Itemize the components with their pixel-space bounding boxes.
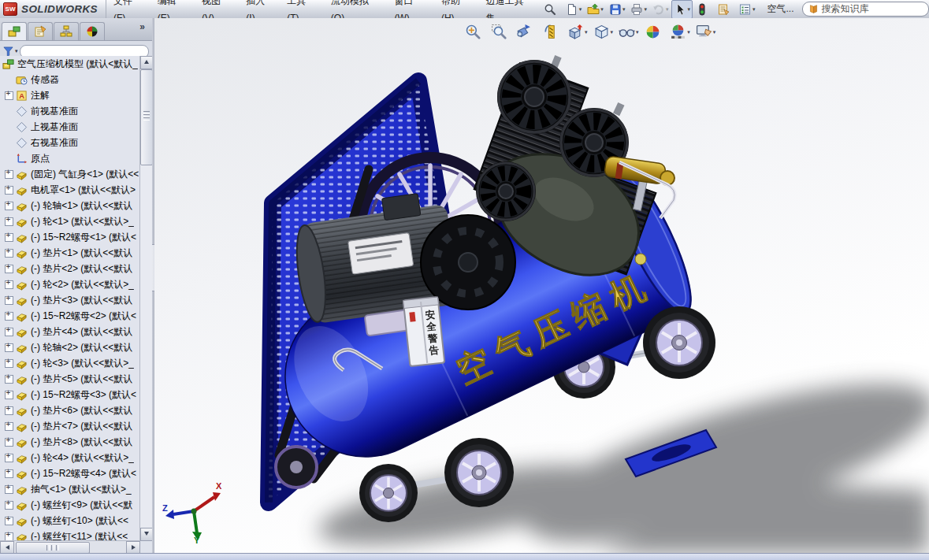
tree-item[interactable]: 电机罩<1> (默认<<默认> (0, 182, 140, 198)
scroll-up-button[interactable] (140, 56, 153, 69)
expand-plus-icon[interactable] (5, 249, 13, 258)
tree-item[interactable]: 原点 (0, 150, 140, 166)
tree-item[interactable]: (-) 螺丝钉<11> (默认<< (0, 528, 140, 541)
dropdown-caret-icon[interactable]: ▾ (611, 29, 614, 35)
tree-item[interactable]: 传感器 (0, 72, 140, 87)
expand-plus-icon[interactable] (5, 359, 13, 368)
toolbar-button-search-assistant[interactable]: ▾ (541, 0, 563, 19)
tree-item[interactable]: (-) 螺丝钉<9> (默认<<默 (0, 497, 140, 513)
hud-button-view-orientation[interactable]: ▾ (566, 22, 589, 42)
tree-item[interactable]: (-) 垫片<5> (默认<<默认 (0, 371, 140, 387)
panel-tab-featuremanager-design-tree[interactable] (2, 22, 27, 40)
expand-plus-icon[interactable] (5, 501, 13, 510)
tree-item[interactable]: 注解 (0, 87, 140, 103)
expand-plus-icon[interactable] (5, 312, 13, 321)
filter-funnel-icon[interactable] (3, 46, 13, 57)
expand-plus-icon[interactable] (5, 170, 13, 179)
expand-plus-icon[interactable] (5, 296, 13, 305)
expand-plus-icon[interactable] (5, 328, 13, 336)
knowledge-search-box[interactable]: 搜索知识库 (802, 2, 929, 17)
expand-plus-icon[interactable] (5, 186, 13, 195)
hud-button-hide-show-items[interactable]: ▾ (617, 22, 641, 42)
tree-item[interactable]: 上视基准面 (0, 119, 140, 135)
expand-plus-icon[interactable] (5, 202, 13, 210)
toolbar-button-new-document[interactable]: ▾ (563, 0, 585, 19)
filter-caret-icon[interactable]: ▾ (15, 48, 18, 54)
hud-button-zoom-to-fit[interactable]: ▾ (463, 22, 487, 42)
panel-tab-configurationmanager[interactable] (54, 22, 79, 40)
hud-button-display-style[interactable]: ▾ (592, 22, 615, 42)
tree-item[interactable]: (-) 轮<3> (默认<<默认>_ (0, 355, 140, 371)
dropdown-caret-icon[interactable]: ▾ (585, 29, 588, 35)
expand-plus-icon[interactable] (5, 406, 13, 415)
graphics-viewport[interactable]: 空气压缩机 (154, 18, 929, 554)
expand-plus-icon[interactable] (5, 454, 13, 462)
tree-item[interactable]: (-) 垫片<2> (默认<<默认 (0, 261, 140, 276)
tree-item[interactable]: (-) 15~R2螺母<2> (默认< (0, 308, 140, 324)
horizontal-scroll-thumb[interactable] (16, 542, 90, 554)
tree-horizontal-scrollbar[interactable] (0, 540, 140, 554)
expand-plus-icon[interactable] (5, 217, 13, 226)
vertical-scroll-thumb[interactable] (140, 69, 153, 165)
tree-item[interactable]: (-) 轮轴<1> (默认<<默认 (0, 198, 140, 213)
dropdown-caret-icon[interactable]: ▾ (752, 6, 756, 13)
dropdown-caret-icon[interactable]: ▾ (579, 6, 582, 13)
tree-item[interactable]: (-) 轮轴<2> (默认<<默认 (0, 339, 140, 355)
expand-plus-icon[interactable] (5, 517, 13, 525)
tree-item[interactable]: (-) 轮<2> (默认<<默认>_ (0, 276, 140, 292)
panel-tabs-overflow-chevron[interactable]: » (139, 21, 149, 35)
tree-item[interactable]: (-) 螺丝钉<10> (默认<< (0, 513, 140, 528)
dropdown-caret-icon[interactable]: ▾ (644, 6, 647, 13)
tree-root-item[interactable]: 空气压缩机模型 (默认<默认_ (0, 56, 140, 72)
hud-button-apply-scene[interactable]: ▾ (668, 22, 692, 42)
toolbar-button-save[interactable]: ▾ (607, 0, 628, 19)
dropdown-caret-icon[interactable]: ▾ (687, 29, 690, 35)
tree-item[interactable]: (-) 垫片<1> (默认<<默认 (0, 245, 140, 261)
tree-item[interactable]: (-) 15~R2螺母<3> (默认< (0, 387, 140, 402)
hud-button-section-view[interactable]: ▾ (541, 22, 564, 42)
scroll-right-button[interactable] (126, 541, 140, 554)
dropdown-caret-icon[interactable]: ▾ (666, 6, 669, 13)
expand-plus-icon[interactable] (5, 233, 13, 242)
toolbar-button-print[interactable]: ▾ (628, 0, 649, 19)
expand-plus-icon[interactable] (5, 265, 13, 273)
tree-item[interactable]: 前视基准面 (0, 103, 140, 119)
toolbar-button-undo[interactable]: ▾ (650, 0, 671, 19)
tree-vertical-scrollbar[interactable] (139, 56, 152, 541)
dropdown-caret-icon[interactable]: ▾ (636, 29, 639, 35)
expand-plus-icon[interactable] (5, 280, 13, 289)
expand-plus-icon[interactable] (5, 438, 13, 447)
expand-plus-icon[interactable] (5, 485, 13, 494)
tree-item[interactable]: (-) 垫片<7> (默认<<默认 (0, 418, 140, 434)
tree-item[interactable]: (-) 垫片<4> (默认<<默认 (0, 324, 140, 339)
hud-button-view-settings[interactable]: ▾ (694, 22, 718, 42)
expand-plus-icon[interactable] (5, 91, 13, 100)
tree-item[interactable]: (固定) 气缸身<1> (默认<< (0, 166, 140, 182)
expand-plus-icon[interactable] (5, 532, 13, 541)
tree-item[interactable]: 抽气<1> (默认<<默认>_ (0, 481, 140, 497)
toolbar-button-file-properties[interactable]: ▾ (715, 0, 736, 19)
expand-plus-icon[interactable] (5, 391, 13, 399)
toolbar-button-open-document[interactable]: ▾ (585, 0, 606, 19)
scroll-left-button[interactable] (0, 541, 14, 554)
dropdown-caret-icon[interactable]: ▾ (687, 6, 690, 13)
expand-plus-icon[interactable] (5, 422, 13, 431)
dropdown-caret-icon[interactable]: ▾ (622, 6, 626, 13)
panel-tab-propertymanager[interactable] (28, 22, 53, 40)
tree-item[interactable]: (-) 轮<4> (默认<<默认>_ (0, 450, 140, 465)
panel-tab-displaymanager[interactable] (80, 22, 105, 40)
hud-button-zoom-to-area[interactable]: ▾ (489, 22, 513, 42)
hud-button-previous-view[interactable]: ▾ (515, 22, 538, 42)
tree-item[interactable]: (-) 轮<1> (默认<<默认>_ (0, 213, 140, 229)
tree-item[interactable]: (-) 垫片<8> (默认<<默认 (0, 434, 140, 450)
tree-item[interactable]: (-) 垫片<6> (默认<<默认 (0, 402, 140, 418)
tree-item[interactable]: (-) 垫片<3> (默认<<默认 (0, 292, 140, 308)
scroll-down-button[interactable] (140, 528, 153, 541)
toolbar-button-rebuild[interactable]: ▾ (693, 0, 715, 19)
hud-button-edit-appearance[interactable]: ▾ (643, 22, 667, 42)
air-compressor-model[interactable]: 空气压缩机 (154, 18, 929, 554)
dropdown-caret-icon[interactable]: ▾ (713, 29, 716, 35)
expand-plus-icon[interactable] (5, 343, 13, 352)
expand-plus-icon[interactable] (5, 375, 13, 384)
tree-item[interactable]: (-) 15~R2螺母<1> (默认< (0, 229, 140, 245)
